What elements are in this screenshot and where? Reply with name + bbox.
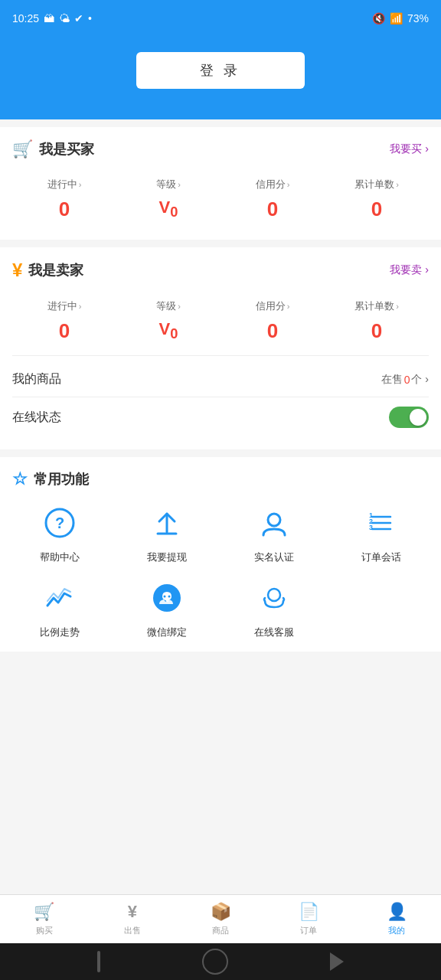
seller-grade-label: 等级 ›: [156, 299, 181, 313]
nav-orders-icon: 📄: [299, 902, 319, 922]
online-status-label: 在线状态: [12, 410, 61, 426]
nav-buy-label: 购买: [36, 925, 53, 936]
cart-icon: 🛒: [12, 139, 33, 159]
nav-goods[interactable]: 📦 商品: [176, 895, 264, 943]
home-indicator-bar: [0, 943, 441, 980]
seller-section-header: ¥ 我是卖家 我要卖 ›: [12, 260, 429, 281]
chevron-icon: ›: [178, 302, 181, 311]
buyer-title-text: 我是买家: [39, 140, 94, 158]
function-order-chat[interactable]: 1 2 3 订单会话: [334, 501, 429, 564]
back-button[interactable]: [97, 951, 100, 972]
online-status-toggle[interactable]: [389, 407, 429, 428]
star-icon: ☆: [12, 469, 28, 489]
svg-point-14: [268, 589, 280, 601]
buyer-inprogress-value: 0: [59, 198, 70, 221]
buyer-stat-credit[interactable]: 信用分 › 0: [220, 172, 325, 227]
status-dot: •: [88, 12, 92, 24]
trend-label: 比例走势: [40, 626, 80, 639]
trend-icon: [38, 577, 81, 619]
bottom-nav: 🛒 购买 ¥ 出售 📦 商品 📄 订单 👤 我的: [0, 894, 441, 943]
function-wechat[interactable]: 微信绑定: [119, 577, 214, 639]
online-status-row: 在线状态: [12, 397, 429, 437]
chevron-icon: ›: [79, 302, 82, 311]
function-withdraw[interactable]: 我要提现: [119, 501, 214, 564]
seller-section: ¥ 我是卖家 我要卖 › 进行中 › 0 等级 › V0 信用分 › 0 累计单…: [0, 247, 441, 449]
nav-goods-label: 商品: [212, 925, 229, 936]
order-chat-icon: 1 2 3: [360, 501, 403, 544]
wechat-icon: [145, 577, 188, 619]
wechat-label: 微信绑定: [147, 626, 187, 639]
recents-button[interactable]: [330, 952, 344, 971]
functions-section: ☆ 常用功能 ? 帮助中心: [0, 457, 441, 652]
seller-stats-grid: 进行中 › 0 等级 › V0 信用分 › 0 累计单数 › 0: [12, 293, 429, 349]
status-cloud-icon: 🌤: [59, 12, 70, 24]
seller-link[interactable]: 我要卖 ›: [390, 263, 429, 277]
status-right-area: 🔇 📶 73%: [372, 12, 429, 24]
function-customer[interactable]: 在线客服: [227, 577, 322, 639]
chevron-icon: ›: [287, 180, 290, 189]
function-help[interactable]: ? 帮助中心: [12, 501, 107, 564]
seller-inprogress-value: 0: [59, 319, 70, 343]
home-button[interactable]: [202, 949, 228, 975]
nav-orders[interactable]: 📄 订单: [265, 895, 353, 943]
buyer-credit-label: 信用分 ›: [256, 178, 290, 191]
buyer-section-header: 🛒 我是买家 我要买 ›: [12, 139, 429, 159]
nav-mine-label: 我的: [388, 925, 405, 936]
buyer-grade-label: 等级 ›: [156, 178, 181, 191]
buyer-section: 🛒 我是买家 我要买 › 进行中 › 0 等级 › V0 信用分 › 0 累计单…: [0, 127, 441, 240]
products-for-sale-text: 在售: [381, 373, 403, 387]
seller-stat-total[interactable]: 累计单数 › 0: [325, 293, 429, 349]
buyer-total-label: 累计单数 ›: [354, 178, 399, 191]
functions-section-title: ☆ 常用功能: [12, 469, 89, 489]
seller-stat-grade[interactable]: 等级 › V0: [116, 293, 220, 349]
svg-point-4: [268, 514, 280, 526]
status-time: 10:25: [12, 12, 39, 24]
seller-stat-inprogress[interactable]: 进行中 › 0: [12, 293, 116, 349]
buyer-stat-total[interactable]: 累计单数 › 0: [325, 172, 429, 227]
seller-credit-label: 信用分 ›: [256, 299, 290, 313]
buyer-grade-value: V0: [159, 198, 178, 220]
chevron-icon: ›: [396, 180, 399, 189]
buyer-stats-grid: 进行中 › 0 等级 › V0 信用分 › 0 累计单数 › 0: [12, 172, 429, 227]
nav-mine[interactable]: 👤 我的: [353, 895, 441, 943]
nav-sell[interactable]: ¥ 出售: [88, 895, 176, 943]
seller-grade-value: V0: [159, 319, 178, 342]
chevron-icon: ›: [396, 302, 399, 311]
chevron-icon: ›: [178, 180, 181, 189]
status-photo-icon: 🏔: [44, 12, 54, 24]
nav-goods-icon: 📦: [211, 902, 231, 922]
divider: [12, 355, 429, 356]
nav-mine-icon: 👤: [387, 902, 407, 922]
order-chat-label: 订单会话: [361, 550, 401, 564]
my-products-label: 我的商品: [12, 371, 61, 387]
status-check-icon: ✔: [74, 12, 83, 24]
seller-stat-credit[interactable]: 信用分 › 0: [220, 293, 325, 349]
header-area: 登 录: [0, 37, 441, 119]
nav-sell-label: 出售: [124, 925, 141, 936]
status-wifi-icon: 📶: [390, 12, 403, 24]
nav-sell-icon: ¥: [128, 902, 137, 922]
seller-section-title: ¥ 我是卖家: [12, 260, 83, 281]
my-products-value: 在售 0 个 ›: [381, 373, 429, 387]
products-count: 0: [404, 374, 410, 386]
seller-inprogress-label: 进行中 ›: [47, 299, 82, 313]
buyer-stat-grade[interactable]: 等级 › V0: [116, 172, 220, 227]
seller-total-label: 累计单数 ›: [354, 299, 399, 313]
function-trend[interactable]: 比例走势: [12, 577, 107, 639]
status-bar: 10:25 🏔 🌤 ✔ • 🔇 📶 73%: [0, 0, 441, 37]
seller-credit-value: 0: [267, 319, 278, 343]
yen-icon: ¥: [12, 260, 22, 281]
realname-icon: [253, 501, 296, 544]
buyer-link[interactable]: 我要买 ›: [390, 142, 429, 156]
function-realname[interactable]: 实名认证: [227, 501, 322, 564]
withdraw-icon: [145, 501, 188, 544]
login-button[interactable]: 登 录: [136, 52, 305, 89]
realname-label: 实名认证: [254, 550, 294, 564]
buyer-stat-inprogress[interactable]: 进行中 › 0: [12, 172, 116, 227]
svg-point-13: [168, 596, 171, 598]
nav-buy[interactable]: 🛒 购买: [0, 895, 88, 943]
my-products-row[interactable]: 我的商品 在售 0 个 ›: [12, 362, 429, 397]
main-content: 🛒 我是买家 我要买 › 进行中 › 0 等级 › V0 信用分 › 0 累计单…: [0, 119, 441, 980]
buyer-total-value: 0: [371, 198, 382, 221]
svg-text:?: ?: [55, 514, 64, 531]
